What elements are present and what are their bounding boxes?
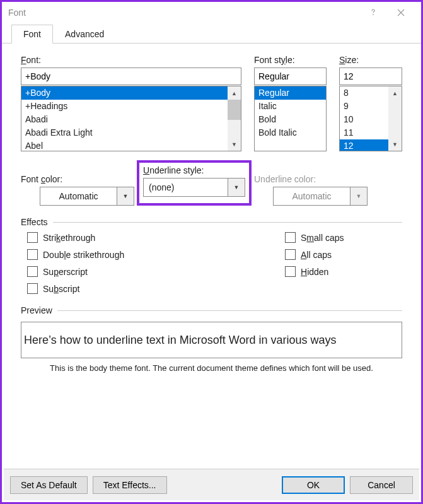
underline-color-label: Underline color: [254,174,380,184]
superscript-checkbox[interactable]: Superscript [27,266,203,277]
small-caps-checkbox[interactable]: Small caps [285,232,402,243]
list-item[interactable]: 9 [340,100,388,113]
help-button[interactable] [359,3,387,22]
list-item[interactable]: Bold [255,113,326,126]
preview-text: Here’s how to underline text in Microsof… [24,334,337,347]
font-size-list[interactable]: 8 9 10 11 12 ▲ ▼ [339,86,402,151]
double-strikethrough-checkbox[interactable]: Double strikethrough [27,249,203,260]
font-color-value: Automatic [59,191,98,201]
font-label: Font: [21,55,241,65]
list-item[interactable]: +Body [21,86,228,100]
hidden-checkbox[interactable]: Hidden [285,266,402,277]
list-item[interactable]: Abadi Extra Light [21,126,228,139]
size-label: Size: [339,55,402,65]
font-dialog: Font Font Advanced Font: +Body +Headings… [0,0,423,504]
preview-caption: This is the body theme font. The current… [21,363,402,373]
ok-button[interactable]: OK [282,476,345,494]
font-size-input[interactable] [339,67,402,85]
preview-box: Here’s how to underline text in Microsof… [21,322,402,358]
font-list[interactable]: +Body +Headings Abadi Abadi Extra Light … [21,86,241,151]
preview-label: Preview [21,305,52,315]
font-style-input[interactable] [254,67,327,85]
tab-font[interactable]: Font [11,25,53,44]
scroll-up-icon[interactable]: ▲ [388,86,402,100]
chevron-down-icon[interactable]: ▼ [228,178,245,197]
underline-color-combo: Automatic ▼ [273,187,368,206]
font-color-combo[interactable]: Automatic ▼ [40,187,134,206]
effects-group: Effects [21,217,402,227]
all-caps-checkbox[interactable]: All caps [285,249,402,260]
scroll-down-icon[interactable]: ▼ [388,138,402,151]
list-item[interactable]: 11 [340,126,388,139]
scrollbar[interactable]: ▲ ▼ [388,86,402,151]
list-item[interactable]: Abel [21,139,228,151]
effects-label: Effects [21,217,48,227]
scrollbar[interactable]: ▲ ▼ [228,86,241,151]
underline-style-highlight: Underline style: (none) ▼ [137,160,252,206]
underline-style-combo[interactable]: (none) ▼ [143,178,245,197]
font-style-list[interactable]: Regular Italic Bold Bold Italic [254,86,327,151]
font-name-input[interactable] [21,67,241,85]
list-item[interactable]: Abadi [21,113,228,126]
list-item[interactable]: 10 [340,113,388,126]
text-effects-button[interactable]: Text Effects... [93,476,167,494]
tab-bar: Font Advanced [2,23,421,44]
list-item[interactable]: Italic [255,100,326,113]
list-item[interactable]: +Headings [21,100,228,113]
dialog-button-bar: Set As Default Text Effects... OK Cancel [4,469,419,500]
list-item[interactable]: 12 [340,139,388,151]
set-default-button[interactable]: Set As Default [10,476,88,494]
scroll-down-icon[interactable]: ▼ [228,138,241,151]
tab-advanced[interactable]: Advanced [53,25,116,43]
underline-style-value: (none) [149,182,174,192]
chevron-down-icon: ▼ [350,187,368,206]
list-item[interactable]: Bold Italic [255,126,326,139]
strikethrough-checkbox[interactable]: Strikethrough [27,232,203,243]
preview-group: Preview [21,305,402,315]
list-item[interactable]: 8 [340,86,388,100]
underline-color-value: Automatic [292,191,331,201]
title-bar: Font [2,2,421,23]
underline-style-label: Underline style: [143,165,245,175]
subscript-checkbox[interactable]: Subscript [27,283,203,294]
dialog-title: Font [8,8,26,18]
scroll-up-icon[interactable]: ▲ [228,86,241,100]
close-button[interactable] [387,3,415,22]
list-item[interactable]: Regular [255,86,326,100]
font-style-label: Font style: [254,55,327,65]
font-color-label: Font color: [21,174,134,184]
chevron-down-icon[interactable]: ▼ [117,187,134,206]
cancel-button[interactable]: Cancel [350,476,413,494]
